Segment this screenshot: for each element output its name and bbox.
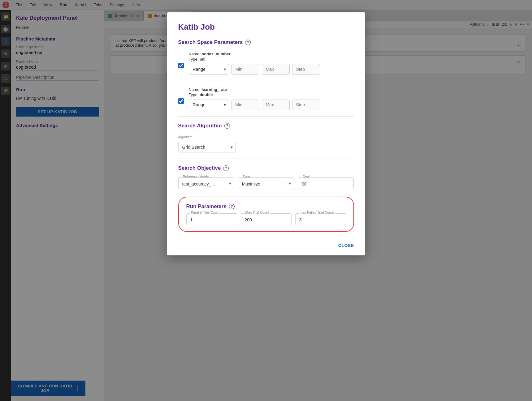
goal-label: Goal	[301, 175, 310, 178]
algo-label: Algorithm	[178, 135, 354, 139]
nodes-name-value: nodes_number	[201, 52, 230, 56]
lr-name-line: Name: learning_rate	[189, 87, 354, 92]
max-failed-field: max Failed Trial Count	[295, 213, 346, 225]
algo-help-icon[interactable]: ?	[224, 123, 230, 129]
lr-type-value: double	[200, 92, 213, 97]
lr-name-value: learning_rate	[201, 87, 227, 92]
parallel-trial-field: Parallel Trial Count	[186, 213, 237, 225]
lr-range-select[interactable]: Range	[189, 100, 229, 110]
modal-title: Katib Job	[178, 22, 354, 32]
objective-help-icon[interactable]: ?	[223, 165, 229, 171]
max-failed-label: max Failed Trial Count	[299, 211, 335, 214]
nodes-range-select[interactable]: Range	[189, 64, 229, 75]
nodes-checkbox-wrapper	[178, 63, 184, 70]
type-field: Type Maximize Minimize	[238, 177, 294, 189]
goal-field: Goal	[298, 177, 354, 189]
run-params-title: Run Parameters ?	[186, 203, 346, 210]
run-params-help-icon[interactable]: ?	[229, 204, 235, 209]
lr-step-input[interactable]	[292, 100, 320, 110]
objective-divider	[178, 159, 354, 159]
nodes-checkbox[interactable]	[178, 63, 184, 68]
lr-max-input[interactable]	[262, 100, 290, 110]
goal-input[interactable]	[298, 177, 354, 189]
run-param-row: Parallel Trial Count Max Trial Count max…	[186, 213, 346, 225]
search-space-help-icon[interactable]: ?	[245, 40, 251, 45]
algorithm-select[interactable]: Grid Search Random Search Bayesian Optim…	[178, 142, 236, 152]
search-algo-title: Search Algorithm ?	[178, 123, 354, 129]
nodes-max-input[interactable]	[262, 64, 290, 75]
search-objective-title: Search Objective ?	[178, 165, 354, 171]
algo-select-wrapper: Grid Search Random Search Bayesian Optim…	[178, 142, 236, 152]
parallel-trial-label: Parallel Trial Count	[190, 211, 221, 214]
run-parameters-section: Run Parameters ? Parallel Trial Count Ma…	[178, 197, 354, 232]
modal-backdrop: Katib Job Search Space Parameters ? Name…	[0, 0, 532, 401]
lr-min-input[interactable]	[231, 100, 259, 110]
nodes-step-input[interactable]	[292, 64, 320, 75]
param-row-nodes: Name: nodes_number Type: int Range	[178, 52, 354, 75]
type-select-wrapper: Maximize Minimize	[238, 177, 294, 189]
nodes-min-input[interactable]	[231, 64, 259, 75]
lr-range-row: Range	[189, 100, 354, 110]
close-button[interactable]: CLOSE	[338, 243, 354, 248]
algo-divider	[178, 116, 354, 117]
max-trial-input[interactable]	[241, 213, 292, 225]
type-select[interactable]: Maximize Minimize	[238, 177, 294, 189]
nodes-type-line: Type: int	[189, 57, 354, 62]
modal-footer: CLOSE	[178, 239, 354, 248]
lr-param-details: Name: learning_rate Type: double Range	[189, 87, 354, 110]
max-failed-input[interactable]	[295, 213, 346, 225]
lr-checkbox[interactable]	[178, 98, 184, 104]
nodes-name-line: Name: nodes_number	[189, 52, 354, 56]
nodes-range-select-wrapper: Range	[189, 64, 229, 75]
run-parameters-container: Run Parameters ? Parallel Trial Count Ma…	[178, 197, 354, 232]
lr-checkbox-wrapper	[178, 98, 184, 105]
reference-metric-field: Reference Metric test_accuracy_...	[178, 177, 234, 189]
param-row-lr: Name: learning_rate Type: double Range	[178, 87, 354, 110]
nodes-param-details: Name: nodes_number Type: int Range	[189, 52, 354, 75]
max-trial-label: Max Trial Count	[244, 211, 270, 214]
lr-type-line: Type: double	[189, 92, 354, 97]
ref-metric-select-wrapper: test_accuracy_...	[178, 177, 234, 189]
nodes-type-value: int	[200, 57, 205, 62]
max-trial-field: Max Trial Count	[241, 213, 292, 225]
objective-row: Reference Metric test_accuracy_... Type …	[178, 177, 354, 189]
parallel-trial-input[interactable]	[186, 213, 237, 225]
reference-metric-select[interactable]: test_accuracy_...	[178, 177, 234, 189]
nodes-range-row: Range	[189, 64, 354, 75]
param-divider	[178, 81, 354, 81]
algo-select-wrapper-outer: Algorithm Grid Search Random Search Baye…	[178, 135, 354, 152]
search-space-title: Search Space Parameters ?	[178, 39, 354, 45]
lr-range-select-wrapper: Range	[189, 100, 229, 110]
katib-job-modal: Katib Job Search Space Parameters ? Name…	[167, 12, 365, 255]
